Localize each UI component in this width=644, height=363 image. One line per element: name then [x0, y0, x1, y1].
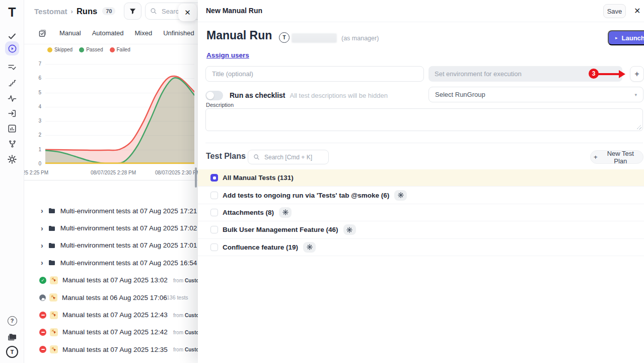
sidebar-item-test-plans[interactable] [5, 60, 19, 75]
plan-checkbox[interactable] [210, 192, 218, 199]
run-label: Multi-environment tests at 07 Aug 2025 1… [60, 224, 197, 232]
test-plan-row[interactable]: All Manual Tests (131) [198, 169, 644, 187]
assign-users-link[interactable]: Assign users [206, 51, 249, 59]
tab-automated[interactable]: Automated [92, 29, 124, 37]
help-button[interactable]: ? [5, 314, 19, 328]
run-row[interactable]: Manual tests at 06 Aug 2025 17:06 136 te… [24, 289, 198, 306]
y-tick-label: 2 [28, 132, 41, 138]
search-icon [150, 8, 157, 15]
filter-button[interactable] [124, 3, 141, 20]
test-plans-heading: Test Plans [206, 152, 246, 161]
add-environment-button[interactable]: + [630, 66, 644, 82]
legend-item-failed: Failed [110, 47, 130, 52]
test-plan-row[interactable]: Attachments (8) [198, 204, 644, 221]
divider [205, 143, 643, 143]
y-tick-label: 5 [28, 90, 41, 95]
run-folder-row[interactable]: › Multi-environment tests at 07 Aug 2025… [24, 237, 198, 254]
run-meta: fromCustom [173, 312, 198, 318]
test-plans-search[interactable] [248, 150, 329, 164]
test-plans-search-input[interactable] [263, 153, 319, 161]
chevron-right-icon[interactable]: › [41, 242, 43, 249]
y-tick-label: 6 [28, 75, 41, 81]
check-icon [8, 32, 17, 41]
description-textarea[interactable] [205, 108, 643, 131]
run-list: › Multi-environment tests at 07 Aug 2025… [24, 202, 198, 358]
gear-icon [346, 227, 352, 233]
manual-run-icon [49, 293, 57, 301]
run-as-checklist-toggle[interactable] [205, 91, 223, 100]
run-label: Manual tests at 07 Aug 2025 13:02 [62, 276, 168, 284]
rungroup-select[interactable]: Select RunGroup ▾ [428, 87, 643, 102]
import-icon [8, 109, 17, 118]
profile-button[interactable]: T [5, 345, 19, 359]
clear-search-button[interactable]: ✕ [178, 4, 197, 21]
run-row[interactable]: Manual tests at 07 Aug 2025 12:42 fromCu… [24, 324, 198, 341]
breadcrumb-project[interactable]: Testomat [34, 7, 67, 16]
sidebar-item-import[interactable] [5, 106, 19, 120]
avatar-letter: T [11, 349, 14, 355]
sidebar-item-runs[interactable] [5, 41, 19, 55]
legend-item-skipped: Skipped [47, 47, 73, 52]
run-title-input[interactable] [205, 66, 424, 82]
projects-button[interactable] [5, 330, 19, 344]
launch-button[interactable]: ▸Launch [608, 30, 644, 45]
new-manual-run-drawer: New Manual Run Save ✕ Manual Run T (as m… [198, 0, 644, 363]
drawer-title: New Manual Run [206, 7, 262, 15]
gridline [45, 164, 194, 164]
resize-handle-icon[interactable] [637, 125, 641, 130]
plan-settings-button[interactable] [343, 224, 356, 235]
tab-unfinished[interactable]: Unfinished [163, 29, 194, 37]
gear-icon [282, 209, 289, 215]
plan-label: All Manual Tests (131) [223, 174, 294, 182]
annotation-step-badge: 3 [589, 69, 599, 79]
manager-note: (as manager) [341, 35, 379, 42]
logo-letter: T [8, 6, 16, 19]
close-drawer-button[interactable]: ✕ [634, 6, 640, 16]
sidebar-item-steps[interactable] [5, 76, 19, 90]
run-folder-row[interactable]: › Multi-environment tests at 07 Aug 2025… [24, 219, 198, 236]
profile-avatar: T [6, 346, 18, 358]
run-folder-row[interactable]: › Multi-environment tests at 07 Aug 2025… [24, 254, 198, 271]
sidebar-item-reports[interactable] [5, 122, 19, 136]
plan-checkbox[interactable] [210, 244, 218, 251]
chart-legend: Skipped Passed Failed [47, 47, 130, 52]
app-logo[interactable]: T [5, 5, 19, 19]
test-plan-row[interactable]: Confluence feature (19) [198, 239, 644, 256]
plan-checkbox-checked[interactable] [210, 174, 218, 182]
tab-manual[interactable]: Manual [59, 29, 81, 37]
new-test-plan-button[interactable]: + New Test Plan [590, 150, 643, 164]
sidebar-item-settings[interactable] [5, 152, 19, 166]
breadcrumb: Testomat › Runs 70 [34, 0, 115, 22]
sidebar-item-analytics[interactable] [5, 91, 19, 105]
branch-icon [8, 140, 17, 148]
scrollbar-thumb[interactable] [195, 167, 197, 188]
select-runs-button[interactable] [38, 29, 46, 37]
failed-dot-icon [110, 47, 115, 52]
plan-checkbox[interactable] [210, 209, 218, 216]
breadcrumb-section[interactable]: Runs [77, 7, 97, 16]
gear-icon [307, 244, 313, 250]
checklist-hint: All test descriptions will be hidden [290, 92, 388, 99]
chevron-right-icon[interactable]: › [41, 207, 43, 214]
x-tick-label: 08/07/2025 2:30 PM [155, 170, 198, 175]
run-folder-row[interactable]: › Multi-environment tests at 07 Aug 2025… [24, 202, 198, 219]
run-row[interactable]: ✓ Manual tests at 07 Aug 2025 13:02 from… [24, 272, 198, 289]
run-row[interactable]: Manual tests at 07 Aug 2025 12:35 fromCu… [24, 341, 198, 358]
test-plan-list: All Manual Tests (131) Add tests to ongo… [198, 169, 644, 256]
tab-mixed[interactable]: Mixed [135, 29, 153, 37]
run-meta: fromCustom [173, 277, 198, 283]
drawer-topbar: New Manual Run Save ✕ [198, 0, 644, 22]
chevron-right-icon[interactable]: › [41, 225, 43, 232]
plan-settings-button[interactable] [303, 242, 316, 253]
test-plan-row[interactable]: Bulk User Management Feature (46) [198, 221, 644, 238]
run-row[interactable]: Manual tests at 07 Aug 2025 12:43 fromCu… [24, 306, 198, 323]
test-plan-row[interactable]: Add tests to ongoing run via 'Tests' tab… [198, 187, 644, 204]
sidebar-item-branches[interactable] [5, 137, 19, 151]
y-tick-label: 1 [28, 147, 41, 152]
plan-settings-button[interactable] [279, 207, 292, 218]
skipped-dot-icon [47, 47, 52, 52]
plan-settings-button[interactable] [394, 190, 407, 201]
save-button[interactable]: Save [603, 4, 626, 18]
chevron-right-icon[interactable]: › [41, 259, 43, 266]
plan-checkbox[interactable] [210, 226, 218, 233]
